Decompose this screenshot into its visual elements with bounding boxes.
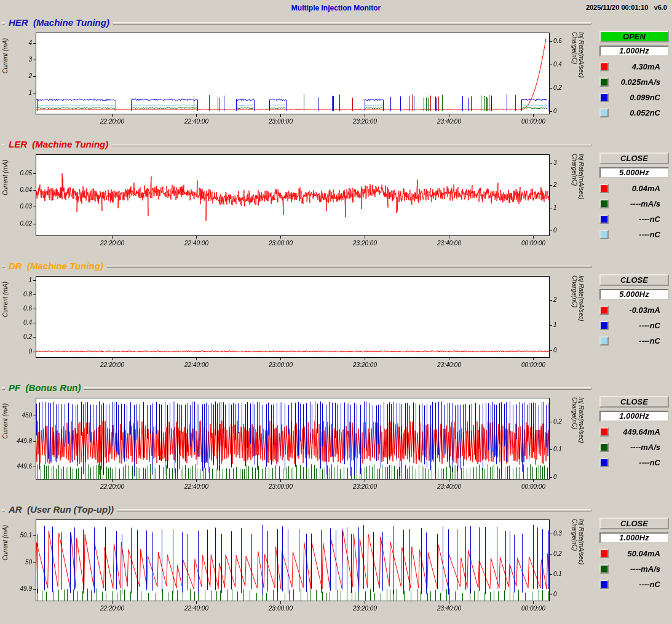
right-axis-title-charge: Charge(nC) bbox=[571, 154, 578, 199]
rate-value: ----mA/s bbox=[609, 199, 669, 208]
her-legend-row-charge-lightblue: 0.052nC bbox=[599, 108, 669, 117]
dr-panel-title: DR (Machine Tuning) bbox=[5, 261, 107, 271]
ar-injection-frequency[interactable]: 1.000Hz bbox=[599, 532, 669, 543]
app-header: Multiple Injection Monitor 2025/11/20 00… bbox=[0, 0, 672, 16]
rate-value: ----mA/s bbox=[609, 564, 669, 574]
her-panel-title: HER (Machine Tuning) bbox=[5, 17, 113, 28]
ar-right-axis-title: Charge(nC) Inj Rate(mA/sec) bbox=[571, 519, 585, 564]
dr-right-axis-title: Charge(nC) Inj Rate(mA/sec) bbox=[571, 275, 585, 321]
rate-value: ----mA/s bbox=[609, 443, 669, 452]
right-axis-title-charge: Charge(nC) bbox=[571, 275, 578, 321]
dr-side-panel: CLOSE 5.000Hz -0.03mA ----nC ----nC bbox=[599, 274, 669, 352]
ler-left-axis-title: Current (mA) bbox=[2, 160, 9, 195]
rate-swatch bbox=[599, 199, 609, 208]
ler-legend-row-charge-lightblue: ----nC bbox=[599, 230, 669, 239]
ler-panel-title: LER (Machine Tuning) bbox=[5, 139, 112, 149]
right-axis-title-charge: Charge(nC) bbox=[571, 397, 578, 443]
pf-panel-title: PF (Bonus Run) bbox=[5, 382, 84, 393]
pf-legend-row-rate: ----mA/s bbox=[599, 443, 669, 452]
charge-lightblue-value: ----nC bbox=[609, 336, 669, 346]
right-axis-title-injrate: Inj Rate(mA/sec) bbox=[578, 397, 585, 443]
injection-monitor-window: Multiple Injection Monitor 2025/11/20 00… bbox=[0, 0, 672, 624]
ler-side-panel: CLOSE 5.000Hz 0.04mA ----mA/s ----nC ---… bbox=[599, 152, 669, 245]
charge-blue-swatch bbox=[599, 93, 609, 102]
ler-legend-row-charge-blue: ----nC bbox=[599, 215, 669, 224]
ar-left-axis-title: Current (mA) bbox=[2, 525, 9, 561]
charge-blue-swatch bbox=[599, 458, 609, 467]
current-value: 449.64mA bbox=[609, 427, 669, 436]
right-axis-title-charge: Charge(nC) bbox=[571, 519, 578, 564]
her-legend-row-charge-blue: 0.099nC bbox=[599, 93, 669, 102]
current-swatch bbox=[599, 62, 609, 71]
ar-panel-title: AR (User Run (Top-up)) bbox=[5, 504, 117, 515]
ar-legend-row-current: 50.04mA bbox=[599, 549, 669, 558]
charge-blue-value: ----nC bbox=[609, 321, 669, 330]
rate-swatch bbox=[599, 77, 609, 87]
ar-trend-chart bbox=[11, 516, 589, 614]
app-title: Multiple Injection Monitor bbox=[0, 4, 672, 12]
charge-blue-value: 0.099nC bbox=[609, 93, 669, 102]
ar-panel: AR (User Run (Top-up)) Current (mA) Char… bbox=[0, 504, 672, 624]
charge-lightblue-value: 0.052nC bbox=[609, 108, 669, 117]
current-swatch bbox=[599, 427, 609, 436]
charge-lightblue-value: ----nC bbox=[609, 230, 669, 239]
pf-legend-row-charge-blue: ----nC bbox=[599, 458, 669, 467]
pf-side-panel: CLOSE 1.000Hz 449.64mA ----mA/s ----nC bbox=[599, 396, 669, 473]
her-panel: HER (Machine Tuning) Current (mA) Charge… bbox=[0, 17, 672, 138]
ler-right-axis-title: Charge(nC) Inj Rate(mA/sec) bbox=[571, 154, 585, 199]
current-swatch bbox=[599, 549, 609, 558]
ar-status-button[interactable]: CLOSE bbox=[599, 518, 669, 529]
charge-blue-swatch bbox=[599, 215, 609, 224]
ler-injection-frequency[interactable]: 5.000Hz bbox=[599, 167, 669, 178]
pf-status-button[interactable]: CLOSE bbox=[599, 396, 669, 408]
pf-panel: PF (Bonus Run) Current (mA) Charge(nC) I… bbox=[0, 382, 672, 504]
charge-blue-swatch bbox=[599, 580, 609, 589]
right-axis-title-injrate: Inj Rate(mA/sec) bbox=[578, 32, 585, 77]
datetime-version: 2025/11/20 00:01:10 v6.0 bbox=[586, 4, 667, 11]
ler-status-button[interactable]: CLOSE bbox=[599, 152, 669, 164]
rate-value: 0.025mA/s bbox=[609, 77, 669, 87]
charge-blue-value: ----nC bbox=[609, 458, 669, 467]
charge-blue-value: ----nC bbox=[609, 215, 669, 224]
pf-injection-frequency[interactable]: 1.000Hz bbox=[599, 411, 669, 422]
current-value: -0.03mA bbox=[609, 306, 669, 315]
ler-legend-row-current: 0.04mA bbox=[599, 184, 669, 193]
ler-legend-row-rate: ----mA/s bbox=[599, 199, 669, 208]
her-legend-row-current: 4.30mA bbox=[599, 62, 669, 71]
pf-legend-row-current: 449.64mA bbox=[599, 427, 669, 436]
ar-legend-row-charge-blue: ----nC bbox=[599, 580, 669, 589]
charge-lightblue-swatch bbox=[599, 336, 609, 346]
right-axis-title-injrate: Inj Rate(mA/sec) bbox=[578, 275, 585, 321]
dr-injection-frequency[interactable]: 5.000Hz bbox=[599, 289, 669, 300]
pf-right-axis-title: Charge(nC) Inj Rate(mA/sec) bbox=[571, 397, 585, 443]
rate-swatch bbox=[599, 564, 609, 574]
current-swatch bbox=[599, 306, 609, 315]
pf-trend-chart bbox=[11, 395, 589, 492]
dr-legend-row-current: -0.03mA bbox=[599, 306, 669, 315]
dr-left-axis-title: Current (mA) bbox=[2, 282, 9, 317]
charge-blue-swatch bbox=[599, 321, 609, 330]
pf-left-axis-title: Current (mA) bbox=[2, 403, 9, 439]
dr-legend-row-charge-blue: ----nC bbox=[599, 321, 669, 330]
dr-trend-chart bbox=[11, 273, 589, 370]
current-value: 4.30mA bbox=[609, 62, 669, 71]
dr-status-button[interactable]: CLOSE bbox=[599, 274, 669, 286]
her-trend-chart bbox=[11, 30, 589, 127]
charge-lightblue-swatch bbox=[599, 108, 609, 117]
dr-panel: DR (Machine Tuning) Current (mA) Charge(… bbox=[0, 261, 672, 382]
current-value: 50.04mA bbox=[609, 549, 669, 558]
pf-frame-ridge bbox=[2, 387, 591, 390]
current-value: 0.04mA bbox=[609, 184, 669, 193]
current-swatch bbox=[599, 184, 609, 193]
her-right-axis-title: Charge(nC) Inj Rate(mA/sec) bbox=[571, 32, 585, 77]
her-injection-frequency[interactable]: 1.000Hz bbox=[599, 45, 669, 57]
ar-side-panel: CLOSE 1.000Hz 50.04mA ----mA/s ----nC bbox=[599, 518, 669, 595]
charge-blue-value: ----nC bbox=[609, 580, 669, 589]
charge-lightblue-swatch bbox=[599, 230, 609, 239]
her-status-button[interactable]: OPEN bbox=[599, 31, 669, 42]
right-axis-title-injrate: Inj Rate(mA/sec) bbox=[578, 154, 585, 199]
her-side-panel: OPEN 1.000Hz 4.30mA 0.025mA/s 0.099nC 0.… bbox=[599, 31, 669, 124]
right-axis-title-injrate: Inj Rate(mA/sec) bbox=[578, 519, 585, 564]
ler-trend-chart bbox=[11, 151, 589, 248]
ar-legend-row-rate: ----mA/s bbox=[599, 564, 669, 574]
